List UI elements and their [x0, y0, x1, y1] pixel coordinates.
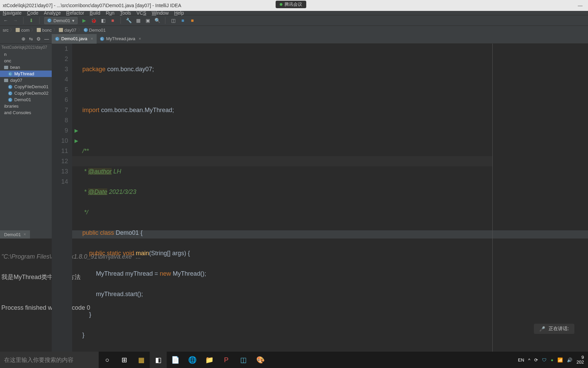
taskview-icon[interactable]: ⊞: [116, 352, 133, 368]
tree-item-consoles[interactable]: and Consoles: [0, 109, 52, 116]
project-sidebar: ⊕ ⇆ ⚙ — TextCode\lqkj2021\day07 n onc be…: [0, 34, 52, 230]
class-icon: C: [8, 98, 12, 102]
explorer-icon[interactable]: 📁: [201, 352, 218, 368]
taskbar-pinned: ○ ⊞ ▦ ◧ 📄 🌐 📁 P ◫ 🎨: [99, 352, 269, 368]
build-icon[interactable]: ⬇: [28, 17, 34, 24]
cortana-icon[interactable]: ○: [99, 352, 116, 368]
run-tab-demo01[interactable]: Demo01 ×: [0, 230, 30, 239]
sync-icon[interactable]: ⟳: [534, 357, 538, 363]
run-icon[interactable]: ▶: [81, 17, 87, 24]
windows-taskbar[interactable]: 在这里输入你要搜索的内容 ○ ⊞ ▦ ◧ 📄 🌐 📁 P ◫ 🎨 EN ^ ⟳ …: [0, 352, 588, 368]
menu-tools[interactable]: Tools: [120, 10, 131, 16]
menu-run[interactable]: Run: [106, 10, 115, 16]
folder-icon: [16, 28, 20, 32]
microphone-icon[interactable]: 🎤: [539, 326, 545, 332]
menu-help[interactable]: Help: [174, 10, 184, 16]
folder-icon: [37, 28, 41, 32]
class-icon: C: [47, 18, 51, 22]
tab-label: MyThread.java: [106, 36, 135, 41]
close-icon[interactable]: ×: [91, 36, 93, 41]
code-editor[interactable]: 1234567891011121314 ▶ ▶ package com.bonc…: [52, 44, 588, 361]
profiler-icon[interactable]: ▦: [135, 17, 141, 24]
taskbar-search[interactable]: 在这里输入你要搜索的内容: [0, 352, 99, 368]
coverage-icon[interactable]: ◧: [100, 17, 106, 24]
breadcrumb-com[interactable]: com: [16, 28, 30, 33]
run-config-selector[interactable]: C Demo01 ▾: [44, 17, 78, 24]
breadcrumb-demo01[interactable]: CDemo01: [84, 28, 106, 33]
expand-icon[interactable]: ⇆: [29, 36, 33, 42]
tree-item-day07[interactable]: day07: [0, 77, 52, 83]
powerpoint-icon[interactable]: P: [218, 352, 235, 368]
debug-icon[interactable]: 🐞: [91, 17, 97, 24]
work-area: ⊕ ⇆ ⚙ — TextCode\lqkj2021\day07 n onc be…: [0, 34, 588, 230]
breadcrumb-day07[interactable]: day07: [59, 28, 76, 33]
folder-icon: [4, 66, 8, 69]
tree-item-pkg[interactable]: onc: [0, 58, 52, 64]
extra-icon-2[interactable]: ■: [180, 17, 186, 24]
sidebar-path: TextCode\lqkj2021\day07: [0, 44, 52, 51]
sidebar-toolbar: ⊕ ⇆ ⚙ —: [0, 34, 52, 44]
tree-item-mythread[interactable]: CMyThread: [0, 71, 52, 77]
toolbar-separator: [39, 17, 39, 24]
tray-up-icon[interactable]: ^: [528, 357, 530, 363]
tab-label: Demo01.java: [61, 36, 87, 41]
project-tree[interactable]: n onc bean CMyThread day07 CCopyFileDemo…: [0, 51, 52, 230]
gear-icon[interactable]: ⚙: [36, 36, 41, 42]
toolbar-separator: [120, 17, 121, 24]
structure-icon[interactable]: ▣: [145, 17, 151, 24]
breadcrumb-src[interactable]: src: [3, 28, 9, 33]
toolbar-separator: [23, 17, 23, 24]
speaking-label: 正在讲话:: [549, 326, 569, 332]
tab-demo01[interactable]: C Demo01.java ×: [52, 34, 97, 44]
app-icon-2[interactable]: ◫: [235, 352, 252, 368]
menu-analyze[interactable]: Analyze: [44, 10, 61, 16]
line-gutter[interactable]: 1234567891011121314 ▶ ▶: [52, 44, 72, 361]
stop-icon[interactable]: ■: [110, 17, 116, 24]
code-content[interactable]: package com.bonc.day07; import com.bonc.…: [72, 44, 493, 361]
extra-icon-1[interactable]: ◫: [170, 17, 176, 24]
ime-indicator[interactable]: EN: [518, 357, 524, 363]
wechat-icon[interactable]: ●: [551, 357, 553, 363]
shield-icon[interactable]: 🛡: [542, 357, 546, 363]
hide-icon[interactable]: —: [44, 36, 49, 42]
intellij-icon[interactable]: ◧: [150, 352, 167, 368]
class-icon: C: [55, 37, 59, 41]
close-icon[interactable]: ×: [23, 232, 26, 237]
tab-mythread[interactable]: C MyThread.java ×: [97, 34, 145, 44]
menu-vcs[interactable]: VCS: [136, 10, 146, 16]
minimize-button[interactable]: —: [575, 3, 585, 8]
volume-icon[interactable]: 🔊: [567, 357, 572, 363]
chevron-right-icon: 〉: [31, 27, 35, 33]
back-icon[interactable]: ←: [3, 17, 9, 24]
search-icon[interactable]: 🔍: [154, 17, 160, 24]
menu-refactor[interactable]: Refactor: [66, 10, 84, 16]
tree-item-libraries[interactable]: ibraries: [0, 103, 52, 109]
menu-code[interactable]: Code: [27, 10, 38, 16]
wifi-icon[interactable]: 📶: [557, 357, 563, 363]
tree-item-demo01[interactable]: CDemo01: [0, 96, 52, 103]
tree-item-root[interactable]: n: [0, 51, 52, 58]
target-icon[interactable]: ⊕: [21, 36, 26, 42]
class-icon: C: [8, 91, 12, 95]
forward-icon[interactable]: →: [12, 17, 18, 24]
menu-window[interactable]: Window: [152, 10, 169, 16]
tree-item-cf1[interactable]: CCopyFileDemo01: [0, 83, 52, 90]
system-tray[interactable]: EN ^ ⟳ 🛡 ● 📶 🔊 9 202: [514, 355, 588, 365]
app-icon-1[interactable]: ▦: [133, 352, 150, 368]
breadcrumb-bonc[interactable]: bonc: [37, 28, 52, 33]
chrome-icon[interactable]: 🌐: [184, 352, 201, 368]
tree-item-cf2[interactable]: CCopyFileDemo02: [0, 90, 52, 96]
notepad-icon[interactable]: 📄: [167, 352, 184, 368]
wrench-icon[interactable]: 🔧: [126, 17, 132, 24]
paint-icon[interactable]: 🎨: [252, 352, 269, 368]
extra-icon-3[interactable]: ■: [189, 17, 195, 24]
menu-build[interactable]: Build: [90, 10, 100, 16]
chevron-right-icon: 〉: [78, 27, 82, 33]
close-icon[interactable]: ×: [139, 36, 141, 41]
current-line-highlight: [72, 156, 492, 166]
tree-item-bean[interactable]: bean: [0, 64, 52, 71]
clock[interactable]: 9 202: [576, 355, 584, 365]
menu-navigate[interactable]: Navigate: [3, 10, 21, 16]
run-config-label: Demo01: [53, 18, 70, 23]
meeting-badge[interactable]: 腾讯会议: [276, 1, 306, 8]
